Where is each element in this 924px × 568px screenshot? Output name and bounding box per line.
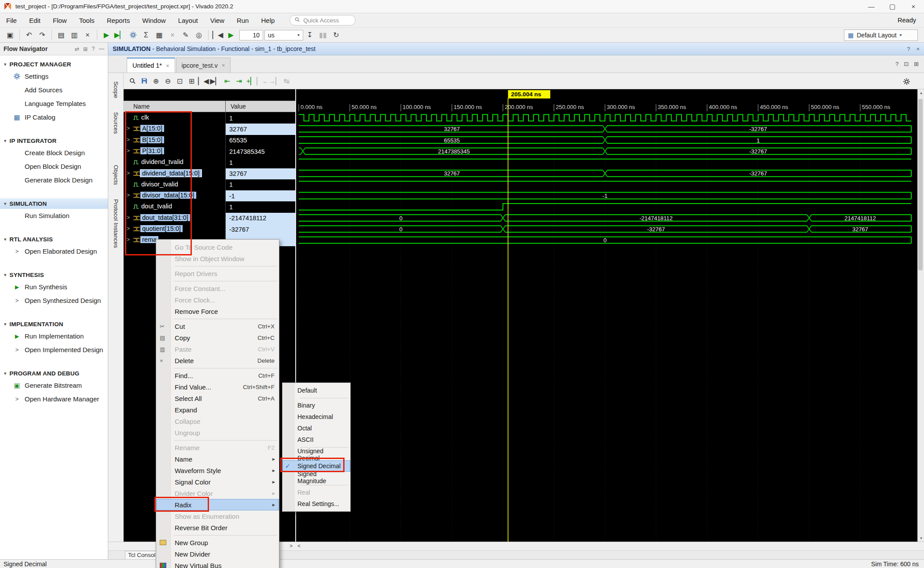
add-marker-icon[interactable]: +▏ [245,75,257,87]
menu-flow[interactable]: Flow [47,13,73,27]
menu-window[interactable]: Window [136,13,172,27]
signal-row-divisor-tdata-15-0[interactable]: >divisor_tdata[15:0] [124,190,225,201]
help-icon[interactable]: ? [92,46,95,52]
close-icon[interactable]: × [166,62,169,69]
stop-icon[interactable]: × [166,29,179,41]
redo-icon[interactable]: ↷ [36,29,49,41]
signal-value-dout-tvalid[interactable]: 1 [226,201,295,212]
swap-cursors-icon[interactable]: ↹ [281,75,293,87]
menu-item-unsigned-decimal[interactable]: Unsigned Decimal [282,449,350,460]
signal-value-a-15-0[interactable]: 32767 [226,124,295,135]
menu-item-new-virtual-bus[interactable]: New Virtual Bus [156,560,279,568]
undo-icon[interactable]: ↶ [22,29,36,41]
flownav-section-implementation[interactable]: ▾IMPLEMENTATION [0,319,108,329]
menu-view[interactable]: View [204,13,231,27]
next-transition-icon[interactable]: ⇥ [233,75,245,87]
menu-item-real-settings[interactable]: Real Settings... [282,498,350,510]
signal-row-dout-tvalid[interactable]: dout_tvalid [124,201,225,212]
menu-item-delete[interactable]: ×DeleteDelete [156,355,279,366]
menu-reports[interactable]: Reports [101,13,136,27]
pause-icon[interactable]: ▮▮ [316,29,330,41]
flownav-item-add-sources[interactable]: Add Sources [0,83,108,97]
menu-item-name[interactable]: Name▸ [156,453,279,465]
menu-item-signal-color[interactable]: Signal Color▸ [156,476,279,488]
flownav-section-program-and-debug[interactable]: ▾PROGRAM AND DEBUG [0,368,108,379]
wave-settings-gear-icon[interactable] [901,75,913,87]
zoom-fit-icon[interactable]: ⊡ [174,75,186,87]
signal-row-quotient-15-0[interactable]: >quotient[15:0] [124,224,225,235]
signal-value-p-31-0[interactable]: 2147385345 [226,146,295,157]
signal-value-dividend-tvalid[interactable]: 1 [226,157,295,168]
side-tab-objects[interactable]: Objects [113,159,119,191]
previous-transition-icon[interactable]: ⇤ [221,75,233,87]
pane-collapse-icon[interactable]: < [297,543,301,549]
paste-icon[interactable]: ▥ [68,29,81,41]
close-button[interactable]: × [903,0,924,13]
flownav-item-generate-bitstream[interactable]: ▣Generate Bitstream [0,379,108,392]
go-to-time-0-icon[interactable]: ▏◀ [198,75,209,87]
menu-file[interactable]: File [0,13,23,27]
menu-item-signed-magnitude[interactable]: Signed Magnitude [282,472,350,483]
run-time-input[interactable]: 10 [239,30,263,40]
menu-item-new-divider[interactable]: New Divider [156,548,279,560]
scroll-down-icon[interactable]: ▼ [918,535,924,542]
menu-item-reverse-bit-order[interactable]: Reverse Bit Order [156,522,279,533]
signal-row-b-15-0[interactable]: >B[15:0] [124,135,225,146]
tab-ipcore-test-v[interactable]: ipcore_test.v× [176,58,231,73]
flownav-item-open-elaborated-design[interactable]: >Open Elaborated Design [0,244,108,258]
time-unit-select[interactable]: us ▾ [264,30,303,40]
flownav-item-open-synthesized-design[interactable]: >Open Synthesized Design [0,294,108,307]
settings-icon[interactable] [126,29,139,41]
float-left-icon[interactable]: ▏← [257,75,269,87]
run-duration-icon[interactable]: ↧ [303,29,316,41]
menu-item-radix[interactable]: Radix▸ [156,499,279,510]
zoom-out-icon[interactable]: ⊖ [162,75,174,87]
quick-access-search[interactable]: Quick Access [290,15,356,25]
menu-tools[interactable]: Tools [73,13,101,27]
signal-value-dividend-tdata-15-0[interactable]: 32767 [226,168,295,179]
menu-item-expand[interactable]: Expand [156,404,279,415]
expand-chevron-icon[interactable]: > [127,170,130,176]
signal-row-dividend-tdata-15-0[interactable]: >dividend_tdata[15:0] [124,168,225,179]
side-tab-protocol-instances[interactable]: Protocol Instances [113,193,119,254]
find-icon[interactable] [126,75,138,87]
menu-item-select-all[interactable]: Select AllCtrl+A [156,393,279,404]
expand-chevron-icon[interactable]: > [127,137,130,143]
menu-edit[interactable]: Edit [23,13,47,27]
menu-item-remove-force[interactable]: Remove Force [156,306,279,317]
menu-item-find[interactable]: Find...Ctrl+F [156,370,279,381]
flownav-item-ip-catalog[interactable]: ▦IP Catalog [0,110,108,124]
tcl-console-tab[interactable]: Tcl Consol [125,551,158,560]
side-tab-scope[interactable]: Scope [113,76,119,104]
side-tab-sources[interactable]: Sources [113,106,119,140]
flownav-item-open-block-design[interactable]: Open Block Design [0,160,108,173]
restart-icon[interactable]: ↻ [330,29,343,41]
signal-row-clk[interactable]: clk [124,113,225,124]
pane-expand-icon[interactable]: > [290,543,293,549]
menu-help[interactable]: Help [255,13,281,27]
expand-chevron-icon[interactable]: > [127,215,130,221]
menu-item-hexadecimal[interactable]: Hexadecimal [282,411,350,422]
flownav-item-open-implemented-design[interactable]: >Open Implemented Design [0,343,108,357]
signal-row-divisor-tvalid[interactable]: divisor_tvalid [124,179,225,190]
flownav-section-synthesis[interactable]: ▾SYNTHESIS [0,269,108,280]
menu-item-binary[interactable]: Binary [282,400,350,411]
menu-item-ascii[interactable]: ASCII [282,434,350,445]
signal-value-dout-tdata-31-0[interactable]: -2147418112 [226,213,295,224]
flownav-item-run-synthesis[interactable]: ▶Run Synthesis [0,280,108,294]
flownav-item-language-templates[interactable]: Language Templates [0,97,108,110]
probe-icon[interactable]: ◎ [192,29,205,41]
layout-select[interactable]: ▦ Default Layout ▾ [844,29,918,41]
float-window-icon[interactable]: ⊡ [904,61,909,67]
menu-item-default[interactable]: Default [282,385,350,396]
signal-row-p-31-0[interactable]: >P[31:0] [124,146,225,157]
maximize-button[interactable]: ▢ [882,0,903,13]
maximize-panel-icon[interactable]: ⊞ [914,61,919,67]
menu-item-new-group[interactable]: New Group [156,537,279,548]
waveform-canvas[interactable]: 0.000 ns50.000 ns100.000 ns150.000 ns200… [295,89,917,542]
flownav-item-open-hardware-manager[interactable]: >Open Hardware Manager [0,392,108,406]
expand-chevron-icon[interactable]: > [127,237,130,243]
menu-item-cut[interactable]: ✂CutCtrl+X [156,320,279,332]
dashboard-icon[interactable]: ▣ [4,29,17,41]
flownav-section-ip-integrator[interactable]: ▾IP INTEGRATOR [0,135,108,146]
